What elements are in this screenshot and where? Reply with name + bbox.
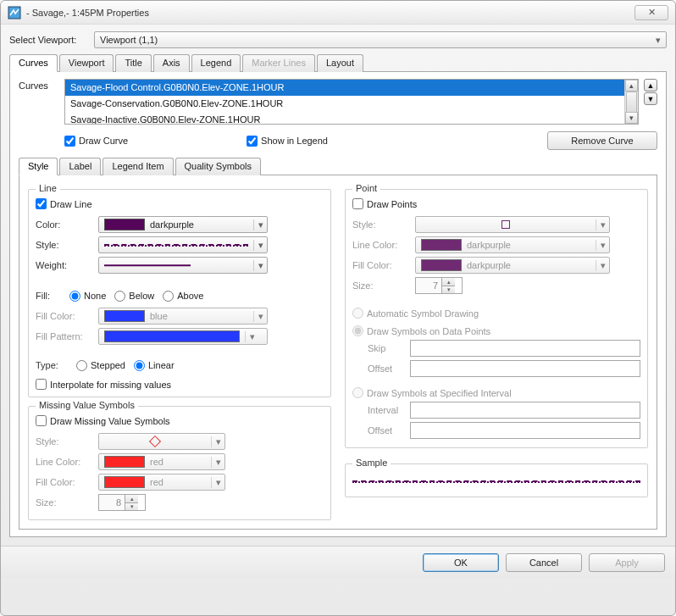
subtab-quality-symbols[interactable]: Quality Symbols xyxy=(175,158,261,175)
line-legend: Line xyxy=(36,183,60,193)
fill-none-radio[interactable]: None xyxy=(69,291,106,302)
draw-points-label: Draw Points xyxy=(367,199,417,209)
point-style-label: Style: xyxy=(352,219,415,230)
fill-above-radio[interactable]: Above xyxy=(163,291,203,302)
chevron-down-icon: ▾ xyxy=(211,436,224,447)
square-icon xyxy=(501,220,510,229)
ok-button[interactable]: OK xyxy=(423,553,499,572)
line-weight-preview xyxy=(104,264,191,266)
fill-below-radio[interactable]: Below xyxy=(114,291,154,302)
curves-list[interactable]: Savage-Flood Control.G0B0N0.Elev-ZONE.1H… xyxy=(64,79,639,125)
style-panel: Line Draw Line Color: darkpurple xyxy=(19,175,657,530)
chevron-down-icon: ▾ xyxy=(211,457,224,468)
curve-item-1[interactable]: Savage-Conservation.G0B0N0.Elev-ZONE.1HO… xyxy=(65,96,638,112)
properties-dialog: - Savage,- 1:45PM Properties ✕ Select Vi… xyxy=(0,0,676,616)
draw-curve-checkbox[interactable]: Draw Curve xyxy=(64,136,128,147)
viewport-label: Select Viewport: xyxy=(9,35,94,45)
missing-style-label: Style: xyxy=(36,436,98,447)
subtab-legend-item[interactable]: Legend Item xyxy=(103,158,173,175)
point-linecolor-label: Line Color: xyxy=(352,240,415,250)
draw-missing-input[interactable] xyxy=(36,415,47,426)
curve-toggles-row: Draw Curve Show in Legend Remove Curve xyxy=(19,131,657,150)
chevron-down-icon: ▾ xyxy=(596,260,609,271)
remove-curve-button[interactable]: Remove Curve xyxy=(547,131,657,150)
point-fillcolor-label: Fill Color: xyxy=(352,260,415,270)
point-legend: Point xyxy=(352,183,380,193)
app-icon xyxy=(8,6,21,19)
tab-title[interactable]: Title xyxy=(115,54,151,72)
offset2-label: Offset xyxy=(368,425,410,436)
show-in-legend-input[interactable] xyxy=(247,136,258,147)
tab-marker-lines: Marker Lines xyxy=(242,54,315,72)
missing-legend: Missing Value Symbols xyxy=(36,400,138,410)
fill-label: Fill: xyxy=(36,291,69,301)
missing-linecolor-name: red xyxy=(150,457,211,467)
line-color-label: Color: xyxy=(36,219,98,230)
draw-line-checkbox[interactable]: Draw Line xyxy=(36,198,324,209)
subtab-style[interactable]: Style xyxy=(19,158,58,175)
draw-missing-checkbox[interactable]: Draw Missing Value Symbols xyxy=(36,415,324,426)
curve-item-0[interactable]: Savage-Flood Control.G0B0N0.Elev-ZONE.1H… xyxy=(65,80,638,96)
fill-color-swatch xyxy=(104,310,145,322)
cancel-button[interactable]: Cancel xyxy=(506,553,582,572)
type-linear-radio[interactable]: Linear xyxy=(134,360,175,371)
type-stepped-radio[interactable]: Stepped xyxy=(76,360,125,371)
tab-axis[interactable]: Axis xyxy=(153,54,190,72)
apply-button: Apply xyxy=(589,553,665,572)
chevron-down-icon: ▾ xyxy=(253,219,267,230)
close-button[interactable]: ✕ xyxy=(634,5,668,20)
scroll-thumb[interactable] xyxy=(626,92,637,114)
missing-size-spinner: ▴▾ xyxy=(98,494,146,511)
missing-linecolor-swatch xyxy=(104,456,145,468)
fill-color-label: Fill Color: xyxy=(36,311,98,321)
move-up-button[interactable]: ▲ xyxy=(644,79,657,92)
sub-tabs: Style Label Legend Item Quality Symbols xyxy=(19,157,657,175)
draw-line-label: Draw Line xyxy=(50,199,92,209)
tab-curves[interactable]: Curves xyxy=(9,54,58,72)
window-title: - Savage,- 1:45PM Properties xyxy=(26,8,149,18)
interval-input xyxy=(410,402,640,419)
chevron-down-icon: ▾ xyxy=(652,35,664,46)
dialog-content: Select Viewport: Viewport (1,1) ▾ Curves… xyxy=(1,25,675,546)
line-weight-select[interactable]: ▾ xyxy=(98,257,268,274)
draw-points-input[interactable] xyxy=(352,198,363,209)
draw-curve-input[interactable] xyxy=(64,136,75,147)
sample-label: Sample xyxy=(352,458,391,468)
curve-item-2[interactable]: Savage-Inactive.G0B0N0.Elev-ZONE.1HOUR xyxy=(65,112,638,125)
line-color-swatch xyxy=(104,219,145,230)
tab-layout[interactable]: Layout xyxy=(317,54,363,72)
draw-curve-label: Draw Curve xyxy=(79,136,128,146)
titlebar: - Savage,- 1:45PM Properties ✕ xyxy=(1,1,675,25)
point-size-label: Size: xyxy=(352,280,415,291)
sample-fieldset: Sample xyxy=(345,463,648,497)
point-size-input xyxy=(416,278,441,293)
show-in-legend-checkbox[interactable]: Show in Legend xyxy=(247,136,328,147)
left-column: Line Draw Line Color: darkpurple xyxy=(28,184,331,520)
scroll-up-icon[interactable]: ▴ xyxy=(625,80,638,92)
viewport-row: Select Viewport: Viewport (1,1) ▾ xyxy=(9,31,667,48)
tab-viewport[interactable]: Viewport xyxy=(59,54,114,72)
scroll-down-icon[interactable]: ▾ xyxy=(625,112,638,124)
auto-symbol-radio: Automatic Symbol Drawing xyxy=(352,308,479,319)
draw-line-input[interactable] xyxy=(36,198,47,209)
missing-size-input xyxy=(99,495,125,510)
viewport-select[interactable]: Viewport (1,1) ▾ xyxy=(94,31,667,48)
missing-fieldset: Missing Value Symbols Draw Missing Value… xyxy=(28,406,331,520)
curves-panel: Curves Savage-Flood Control.G0B0N0.Elev-… xyxy=(9,72,667,537)
draw-points-checkbox[interactable]: Draw Points xyxy=(352,198,640,209)
offset-input xyxy=(410,360,640,377)
point-style-select: ▾ xyxy=(415,216,610,233)
line-color-select[interactable]: darkpurple ▾ xyxy=(98,216,268,233)
fill-pattern-preview xyxy=(104,330,240,342)
interpolate-checkbox[interactable]: Interpolate for missing values xyxy=(36,379,315,390)
curves-list-row: Curves Savage-Flood Control.G0B0N0.Elev-… xyxy=(19,79,657,125)
tab-legend[interactable]: Legend xyxy=(191,54,241,72)
move-down-button[interactable]: ▼ xyxy=(644,92,657,105)
interpolate-input[interactable] xyxy=(36,379,47,390)
line-style-label: Style: xyxy=(36,240,98,250)
line-style-select[interactable]: ▾ xyxy=(98,236,268,253)
fill-color-select: blue ▾ xyxy=(98,308,268,325)
subtab-label[interactable]: Label xyxy=(59,158,101,175)
curves-scrollbar[interactable]: ▴ ▾ xyxy=(624,80,638,124)
chevron-down-icon: ▾ xyxy=(211,477,224,488)
